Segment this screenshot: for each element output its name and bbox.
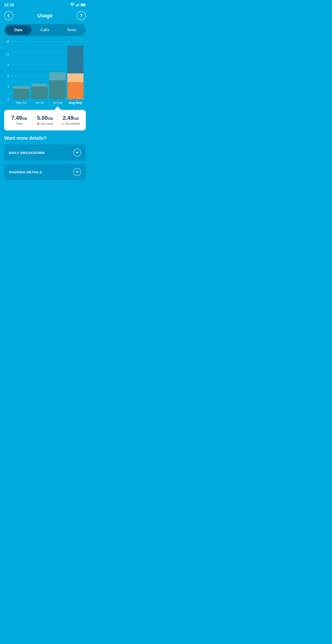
header: Usage ? — [0, 9, 90, 24]
status-bar: 12:32 — [0, 0, 90, 9]
status-icons — [70, 3, 86, 7]
chevron-down-icon — [76, 151, 79, 154]
stat-shared-value: 2.49GB — [63, 115, 79, 121]
bars-area — [11, 42, 86, 99]
help-button[interactable]: ? — [77, 11, 86, 20]
stat-total-value: 7.49GB — [11, 115, 27, 121]
stat-total: 7.49GB Total — [6, 115, 32, 125]
details-section: Want more details? DAILY BREAKDOWN SHARI… — [0, 130, 90, 188]
bar-jun-jul — [31, 84, 47, 100]
x-labels: May-Jun Jun-Jul Jul-Aug Aug-Sep — [11, 99, 86, 106]
tab-calls[interactable]: Calls — [32, 25, 58, 35]
x-label-aug-sep: Aug-Sep — [67, 99, 83, 106]
wifi-icon — [70, 3, 74, 7]
svg-rect-6 — [81, 4, 84, 6]
bar-group-jul-aug — [49, 42, 65, 99]
bar-group-may-jun — [13, 42, 29, 99]
y-label-0: 0 — [4, 98, 11, 101]
bar-may-jun — [13, 86, 29, 100]
y-label-3: 3 — [4, 85, 11, 88]
bar-group-jun-jul — [31, 42, 47, 99]
battery-icon — [81, 3, 86, 7]
bar-group-aug-sep — [67, 42, 83, 99]
chevron-circle-sharing — [73, 168, 81, 176]
stat-used-value: 5.00GB — [37, 115, 53, 121]
svg-rect-2 — [78, 4, 78, 6]
x-label-jul-aug: Jul-Aug — [49, 99, 65, 106]
bar-jul-aug — [49, 72, 65, 100]
stats-card: 7.49GB Total 5.00GB You used 2.49GB You … — [4, 110, 86, 130]
dot-shared — [62, 122, 64, 125]
tab-texts[interactable]: Texts — [59, 25, 85, 35]
accordion-sharing-details[interactable]: SHARING DETAILS — [4, 164, 86, 180]
stat-used-label: You used — [37, 122, 53, 125]
accordion-daily-breakdown[interactable]: DAILY BREAKDOWN — [4, 144, 86, 161]
stat-shared: 2.49GB You shared — [58, 115, 83, 125]
tab-switcher: Data Calls Texts — [4, 24, 86, 36]
svg-rect-1 — [77, 4, 77, 6]
y-label-12: 12 — [4, 52, 11, 56]
signal-icon — [76, 3, 79, 7]
page-title: Usage — [37, 13, 53, 19]
back-button[interactable] — [4, 11, 13, 20]
svg-rect-3 — [79, 3, 79, 6]
svg-rect-0 — [76, 5, 76, 6]
chart-area: 15 12 9 6 3 0 — [0, 42, 90, 106]
accordion-sharing-label: SHARING DETAILS — [9, 170, 42, 174]
stat-total-label: Total — [16, 122, 22, 125]
details-title: Want more details? — [4, 136, 86, 141]
tooltip-arrow — [4, 106, 86, 110]
y-label-6: 6 — [4, 74, 11, 78]
accordion-daily-label: DAILY BREAKDOWN — [9, 151, 45, 155]
y-axis: 15 12 9 6 3 0 — [4, 42, 11, 99]
dot-used — [37, 122, 39, 125]
x-label-may-jun: May-Jun — [13, 99, 29, 106]
x-label-jun-jul: Jun-Jul — [31, 99, 47, 106]
status-time: 12:32 — [4, 3, 14, 8]
tab-data[interactable]: Data — [5, 25, 31, 35]
y-label-15: 15 — [4, 40, 11, 44]
chevron-down-icon — [76, 170, 79, 174]
stat-used: 5.00GB You used — [32, 115, 58, 125]
chevron-circle-daily — [73, 149, 81, 156]
stat-shared-label: You shared — [62, 122, 80, 125]
y-label-9: 9 — [4, 63, 11, 67]
svg-rect-5 — [85, 4, 86, 5]
